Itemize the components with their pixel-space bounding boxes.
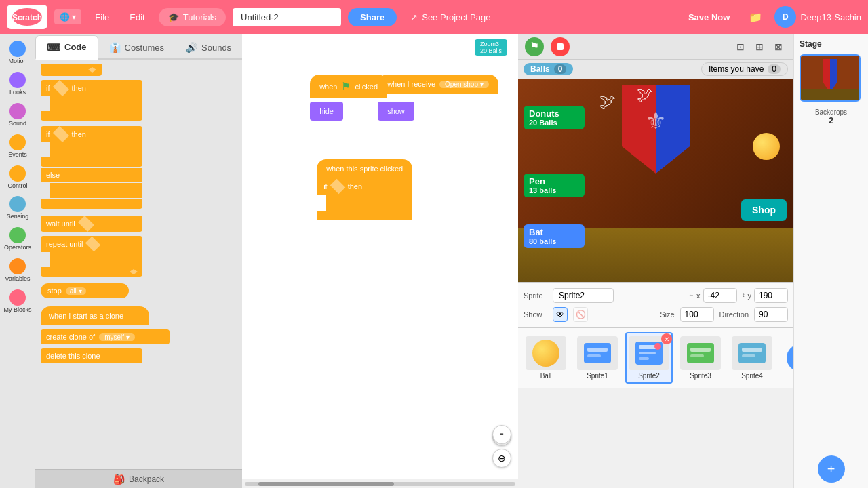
backdrops-label: Backdrops [800,108,863,116]
sidebar-item-sensing[interactable]: Sensing [1,193,34,223]
block-create-clone[interactable]: create clone of myself ▾ [41,329,237,344]
tutorials-button[interactable]: 🎓 Tutorials [159,8,226,26]
zoom-out-button[interactable]: ⊖ [492,449,511,468]
block-repeat-until[interactable]: repeat until [41,236,237,277]
script-show[interactable]: show [378,102,414,121]
sidebar-item-control[interactable]: Control [1,163,34,192]
balls-count-value: 0 [554,64,567,74]
stage-label-donuts[interactable]: Donuts 20 Balls [524,106,585,129]
canvas-area: Zoom3 20 Balls when ⚑ clicked hide when … [242,34,518,488]
sidebar-item-variables[interactable]: Variables [1,256,34,285]
balls-counter: Balls 0 [524,63,573,75]
add-sprite-button[interactable]: + [787,344,793,371]
tutorials-icon: 🎓 [168,12,179,22]
block-else-slot [50,183,142,198]
stage-backdrop-thumb[interactable] [800,54,861,102]
sprite-thumb-sprite2[interactable]: ✕ Sprite2 [625,332,673,384]
sprite-thumb-sprite1-name: Sprite1 [587,372,608,380]
share-button[interactable]: Share [348,8,397,26]
sidebar-item-looks[interactable]: Looks [1,69,34,99]
sprite-thumb-sprite4[interactable]: Sprite4 [728,332,776,384]
tab-sounds[interactable]: 🔊 Sounds [175,35,242,60]
stage-normal-button[interactable]: ⊞ [751,39,768,55]
add-backdrop-button[interactable]: + [818,455,845,483]
block-if-then-1[interactable]: if then [41,80,237,121]
stop-button[interactable] [551,37,570,56]
block-else[interactable]: else [41,168,142,182]
script-when-sprite-clicked[interactable]: when this sprite clicked if then [317,159,412,220]
sidebar-item-myblocks[interactable]: My Blocks [1,287,34,317]
sprite-thumb-ball-img [526,336,566,370]
stage-viewport: ⚜ 🕊 🕊 Donuts 20 Balls Pen 13 balls Bat 8… [518,79,793,282]
sprite-thumb-sprite3[interactable]: Sprite3 [677,332,724,384]
backpack-label: Backpack [129,474,164,484]
block-wait-until[interactable]: wait until [41,216,237,232]
events-circle [9,134,26,150]
stage-label-pen[interactable]: Pen 13 balls [524,174,585,197]
x-coord-input[interactable] [703,288,737,303]
backpack-bar[interactable]: 🎒 Backpack [35,469,242,488]
sidebar-item-sound[interactable]: Sound [1,100,34,130]
stage-shop-button[interactable]: Shop [741,199,787,221]
tab-code[interactable]: ⌨ Code [35,35,98,60]
user-area[interactable]: D Deep13-Sachin [774,6,861,28]
svg-rect-13 [690,348,711,352]
costumes-tab-icon: 👔 [109,42,121,53]
sprite-thumb-sprite1[interactable]: Sprite1 [574,332,621,384]
sidebar-item-operators[interactable]: Operators [1,224,34,254]
sprite-thumb-sprite1-img [577,336,618,370]
canvas-scrollbar[interactable] [242,479,518,488]
tab-costumes[interactable]: 👔 Costumes [98,35,176,60]
stage-crest: ⚜ [622,85,690,174]
svg-rect-2 [557,43,564,50]
folder-button[interactable]: 📁 [743,8,768,26]
block-loop-end[interactable] [41,64,102,76]
x-label: x [696,291,701,300]
direction-input[interactable] [754,307,788,322]
sprite-label: Sprite [524,291,547,300]
block-stop[interactable]: stop all ▾ [41,283,237,298]
sprite-thumb-sprite4-name: Sprite4 [741,372,763,380]
see-project-button[interactable]: ↗ See Project Page [403,8,497,26]
sprite-name-row: Sprite ↔ x ↕ y [524,288,788,303]
sprite-thumb-sprite4-img [732,336,772,370]
script-when-flag-clicked[interactable]: when ⚑ clicked [310,75,387,98]
block-if-then-2[interactable]: if then [41,126,237,167]
stage-small-button[interactable]: ⊡ [732,39,749,55]
sprite-thumb-ball[interactable]: Ball [522,332,570,384]
stage-fullscreen-button[interactable]: ⊠ [770,39,787,55]
globe-button[interactable]: 🌐 ▾ [54,9,81,24]
user-avatar: D [774,6,796,28]
canvas-options-button[interactable]: ≡ [492,425,511,444]
show-visible-button[interactable]: 👁 [553,307,568,322]
sound-label: Sound [9,121,26,127]
show-hidden-button[interactable]: 🚫 [573,307,588,322]
svg-rect-9 [639,352,656,354]
scrollbar-thumb [258,482,393,486]
sensing-label: Sensing [7,214,29,220]
green-flag-button[interactable]: ⚑ [525,37,544,56]
script-hide[interactable]: hide [310,102,343,121]
script-when-receive[interactable]: when I receive Open shop ▾ [378,75,498,94]
scrollbar-track [245,482,515,486]
file-menu-button[interactable]: File [88,9,116,25]
sprite-delete-button[interactable]: ✕ [661,333,672,344]
sprite-name-input[interactable] [553,288,614,303]
svg-text:⚜: ⚜ [645,107,667,135]
size-input[interactable] [680,307,714,322]
stage-ball-sprite [753,133,780,160]
canvas-scroll: Zoom3 20 Balls when ⚑ clicked hide when … [242,34,518,474]
block-else-end [41,199,142,209]
svg-point-11 [654,343,661,350]
block-when-start-clone[interactable]: when I start as a clone [41,306,237,325]
stage-label-bat[interactable]: Bat 80 balls [524,224,585,248]
save-now-button[interactable]: Save Now [682,9,736,25]
sidebar-item-events[interactable]: Events [1,131,34,161]
balls-items-row: Balls 0 Items you have 0 [518,60,793,79]
y-label: y [748,291,752,300]
y-coord-input[interactable] [754,288,788,303]
project-name-input[interactable] [233,8,341,26]
block-delete-clone[interactable]: delete this clone [41,348,237,363]
sidebar-item-motion[interactable]: Motion [1,38,34,68]
edit-menu-button[interactable]: Edit [123,9,151,25]
